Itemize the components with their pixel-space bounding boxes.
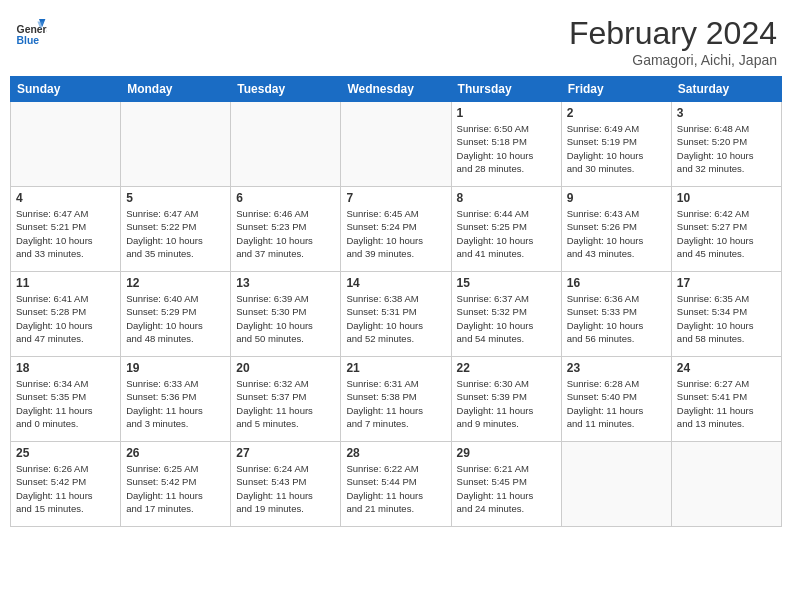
day-info: Sunrise: 6:47 AM Sunset: 5:21 PM Dayligh… — [16, 207, 115, 260]
day-info: Sunrise: 6:42 AM Sunset: 5:27 PM Dayligh… — [677, 207, 776, 260]
day-number: 28 — [346, 446, 445, 460]
day-number: 22 — [457, 361, 556, 375]
svg-text:Blue: Blue — [17, 35, 40, 46]
day-number: 2 — [567, 106, 666, 120]
day-info: Sunrise: 6:24 AM Sunset: 5:43 PM Dayligh… — [236, 462, 335, 515]
weekday-header: Monday — [121, 77, 231, 102]
day-number: 14 — [346, 276, 445, 290]
calendar-day-cell: 10Sunrise: 6:42 AM Sunset: 5:27 PM Dayli… — [671, 187, 781, 272]
calendar-day-cell: 16Sunrise: 6:36 AM Sunset: 5:33 PM Dayli… — [561, 272, 671, 357]
title-block: February 2024 Gamagori, Aichi, Japan — [569, 15, 777, 68]
calendar-day-cell — [561, 442, 671, 527]
calendar-day-cell: 8Sunrise: 6:44 AM Sunset: 5:25 PM Daylig… — [451, 187, 561, 272]
calendar-day-cell: 6Sunrise: 6:46 AM Sunset: 5:23 PM Daylig… — [231, 187, 341, 272]
day-number: 1 — [457, 106, 556, 120]
calendar-table: SundayMondayTuesdayWednesdayThursdayFrid… — [10, 76, 782, 527]
calendar-day-cell: 21Sunrise: 6:31 AM Sunset: 5:38 PM Dayli… — [341, 357, 451, 442]
day-info: Sunrise: 6:49 AM Sunset: 5:19 PM Dayligh… — [567, 122, 666, 175]
calendar-week-row: 11Sunrise: 6:41 AM Sunset: 5:28 PM Dayli… — [11, 272, 782, 357]
day-number: 20 — [236, 361, 335, 375]
day-number: 5 — [126, 191, 225, 205]
day-info: Sunrise: 6:48 AM Sunset: 5:20 PM Dayligh… — [677, 122, 776, 175]
day-number: 13 — [236, 276, 335, 290]
day-info: Sunrise: 6:31 AM Sunset: 5:38 PM Dayligh… — [346, 377, 445, 430]
calendar-day-cell: 17Sunrise: 6:35 AM Sunset: 5:34 PM Dayli… — [671, 272, 781, 357]
weekday-header: Friday — [561, 77, 671, 102]
calendar-day-cell: 9Sunrise: 6:43 AM Sunset: 5:26 PM Daylig… — [561, 187, 671, 272]
calendar-day-cell: 15Sunrise: 6:37 AM Sunset: 5:32 PM Dayli… — [451, 272, 561, 357]
day-number: 8 — [457, 191, 556, 205]
weekday-header: Thursday — [451, 77, 561, 102]
day-info: Sunrise: 6:30 AM Sunset: 5:39 PM Dayligh… — [457, 377, 556, 430]
weekday-header: Wednesday — [341, 77, 451, 102]
calendar-day-cell: 11Sunrise: 6:41 AM Sunset: 5:28 PM Dayli… — [11, 272, 121, 357]
calendar-day-cell: 24Sunrise: 6:27 AM Sunset: 5:41 PM Dayli… — [671, 357, 781, 442]
day-number: 21 — [346, 361, 445, 375]
calendar-day-cell: 4Sunrise: 6:47 AM Sunset: 5:21 PM Daylig… — [11, 187, 121, 272]
day-number: 11 — [16, 276, 115, 290]
calendar-day-cell: 14Sunrise: 6:38 AM Sunset: 5:31 PM Dayli… — [341, 272, 451, 357]
weekday-header: Sunday — [11, 77, 121, 102]
day-info: Sunrise: 6:22 AM Sunset: 5:44 PM Dayligh… — [346, 462, 445, 515]
day-number: 15 — [457, 276, 556, 290]
calendar-day-cell — [121, 102, 231, 187]
day-number: 10 — [677, 191, 776, 205]
day-number: 18 — [16, 361, 115, 375]
calendar-day-cell: 13Sunrise: 6:39 AM Sunset: 5:30 PM Dayli… — [231, 272, 341, 357]
day-number: 7 — [346, 191, 445, 205]
calendar-day-cell: 12Sunrise: 6:40 AM Sunset: 5:29 PM Dayli… — [121, 272, 231, 357]
calendar-day-cell: 5Sunrise: 6:47 AM Sunset: 5:22 PM Daylig… — [121, 187, 231, 272]
day-info: Sunrise: 6:25 AM Sunset: 5:42 PM Dayligh… — [126, 462, 225, 515]
day-info: Sunrise: 6:27 AM Sunset: 5:41 PM Dayligh… — [677, 377, 776, 430]
day-number: 26 — [126, 446, 225, 460]
day-number: 29 — [457, 446, 556, 460]
day-info: Sunrise: 6:40 AM Sunset: 5:29 PM Dayligh… — [126, 292, 225, 345]
day-info: Sunrise: 6:47 AM Sunset: 5:22 PM Dayligh… — [126, 207, 225, 260]
location-subtitle: Gamagori, Aichi, Japan — [569, 52, 777, 68]
calendar-week-row: 18Sunrise: 6:34 AM Sunset: 5:35 PM Dayli… — [11, 357, 782, 442]
day-number: 23 — [567, 361, 666, 375]
day-number: 16 — [567, 276, 666, 290]
day-info: Sunrise: 6:36 AM Sunset: 5:33 PM Dayligh… — [567, 292, 666, 345]
weekday-header-row: SundayMondayTuesdayWednesdayThursdayFrid… — [11, 77, 782, 102]
calendar-day-cell: 23Sunrise: 6:28 AM Sunset: 5:40 PM Dayli… — [561, 357, 671, 442]
logo: General Blue — [15, 15, 47, 47]
day-number: 17 — [677, 276, 776, 290]
day-number: 3 — [677, 106, 776, 120]
calendar-day-cell — [671, 442, 781, 527]
calendar-day-cell: 18Sunrise: 6:34 AM Sunset: 5:35 PM Dayli… — [11, 357, 121, 442]
calendar-day-cell: 27Sunrise: 6:24 AM Sunset: 5:43 PM Dayli… — [231, 442, 341, 527]
calendar-day-cell — [231, 102, 341, 187]
day-info: Sunrise: 6:37 AM Sunset: 5:32 PM Dayligh… — [457, 292, 556, 345]
calendar-day-cell — [11, 102, 121, 187]
calendar-day-cell: 29Sunrise: 6:21 AM Sunset: 5:45 PM Dayli… — [451, 442, 561, 527]
day-info: Sunrise: 6:46 AM Sunset: 5:23 PM Dayligh… — [236, 207, 335, 260]
day-number: 25 — [16, 446, 115, 460]
calendar-day-cell: 28Sunrise: 6:22 AM Sunset: 5:44 PM Dayli… — [341, 442, 451, 527]
calendar-week-row: 25Sunrise: 6:26 AM Sunset: 5:42 PM Dayli… — [11, 442, 782, 527]
day-info: Sunrise: 6:28 AM Sunset: 5:40 PM Dayligh… — [567, 377, 666, 430]
page-header: General Blue February 2024 Gamagori, Aic… — [10, 10, 782, 68]
calendar-day-cell: 22Sunrise: 6:30 AM Sunset: 5:39 PM Dayli… — [451, 357, 561, 442]
calendar-day-cell: 25Sunrise: 6:26 AM Sunset: 5:42 PM Dayli… — [11, 442, 121, 527]
day-number: 12 — [126, 276, 225, 290]
calendar-day-cell — [341, 102, 451, 187]
day-info: Sunrise: 6:41 AM Sunset: 5:28 PM Dayligh… — [16, 292, 115, 345]
day-info: Sunrise: 6:45 AM Sunset: 5:24 PM Dayligh… — [346, 207, 445, 260]
day-number: 9 — [567, 191, 666, 205]
day-info: Sunrise: 6:21 AM Sunset: 5:45 PM Dayligh… — [457, 462, 556, 515]
weekday-header: Saturday — [671, 77, 781, 102]
calendar-week-row: 1Sunrise: 6:50 AM Sunset: 5:18 PM Daylig… — [11, 102, 782, 187]
day-info: Sunrise: 6:39 AM Sunset: 5:30 PM Dayligh… — [236, 292, 335, 345]
day-number: 6 — [236, 191, 335, 205]
calendar-day-cell: 19Sunrise: 6:33 AM Sunset: 5:36 PM Dayli… — [121, 357, 231, 442]
day-number: 27 — [236, 446, 335, 460]
calendar-day-cell: 26Sunrise: 6:25 AM Sunset: 5:42 PM Dayli… — [121, 442, 231, 527]
day-info: Sunrise: 6:43 AM Sunset: 5:26 PM Dayligh… — [567, 207, 666, 260]
logo-icon: General Blue — [15, 15, 47, 47]
weekday-header: Tuesday — [231, 77, 341, 102]
day-info: Sunrise: 6:33 AM Sunset: 5:36 PM Dayligh… — [126, 377, 225, 430]
day-info: Sunrise: 6:32 AM Sunset: 5:37 PM Dayligh… — [236, 377, 335, 430]
day-info: Sunrise: 6:44 AM Sunset: 5:25 PM Dayligh… — [457, 207, 556, 260]
day-info: Sunrise: 6:35 AM Sunset: 5:34 PM Dayligh… — [677, 292, 776, 345]
